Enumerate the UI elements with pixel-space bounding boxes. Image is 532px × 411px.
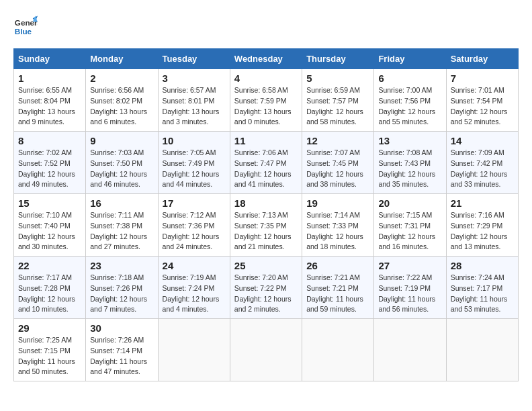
day-info: Sunrise: 7:22 AM Sunset: 7:19 PM Dayligh…: [378, 273, 441, 315]
weekday-header-saturday: Saturday: [446, 49, 518, 69]
day-number: 16: [90, 197, 153, 209]
day-info: Sunrise: 7:09 AM Sunset: 7:42 PM Dayligh…: [451, 148, 514, 190]
weekday-header-wednesday: Wednesday: [230, 49, 302, 69]
day-info: Sunrise: 7:13 AM Sunset: 7:35 PM Dayligh…: [234, 210, 298, 253]
calendar-cell: 6 Sunrise: 7:00 AM Sunset: 7:56 PM Dayli…: [374, 69, 446, 132]
calendar-cell: 11 Sunrise: 7:06 AM Sunset: 7:47 PM Dayl…: [230, 132, 302, 194]
day-info: Sunrise: 7:14 AM Sunset: 7:33 PM Dayligh…: [306, 210, 369, 253]
day-number: 26: [306, 260, 369, 271]
day-number: 10: [163, 135, 226, 146]
day-number: 23: [90, 260, 153, 271]
day-number: 3: [163, 73, 226, 84]
calendar-cell: 24 Sunrise: 7:19 AM Sunset: 7:24 PM Dayl…: [158, 257, 230, 319]
day-number: 13: [378, 135, 441, 146]
day-number: 30: [90, 322, 153, 334]
page-header: General Blue: [13, 13, 519, 38]
day-info: Sunrise: 6:58 AM Sunset: 7:59 PM Dayligh…: [234, 85, 298, 128]
calendar-cell: 5 Sunrise: 6:59 AM Sunset: 7:57 PM Dayli…: [302, 69, 374, 132]
day-number: 14: [451, 135, 514, 146]
day-info: Sunrise: 6:59 AM Sunset: 7:57 PM Dayligh…: [306, 85, 369, 128]
day-info: Sunrise: 7:05 AM Sunset: 7:49 PM Dayligh…: [163, 148, 226, 190]
day-info: Sunrise: 7:08 AM Sunset: 7:43 PM Dayligh…: [378, 148, 441, 190]
calendar-cell: 16 Sunrise: 7:11 AM Sunset: 7:38 PM Dayl…: [86, 194, 158, 257]
weekday-header-friday: Friday: [374, 49, 446, 69]
calendar-cell: 14 Sunrise: 7:09 AM Sunset: 7:42 PM Dayl…: [446, 132, 518, 194]
day-info: Sunrise: 7:03 AM Sunset: 7:50 PM Dayligh…: [90, 148, 153, 190]
calendar-week-1: 1 Sunrise: 6:55 AM Sunset: 8:04 PM Dayli…: [14, 69, 519, 132]
day-number: 7: [451, 73, 514, 84]
day-number: 4: [234, 73, 298, 84]
calendar-week-2: 8 Sunrise: 7:02 AM Sunset: 7:52 PM Dayli…: [14, 132, 519, 194]
day-number: 15: [18, 197, 81, 209]
weekday-header-sunday: Sunday: [14, 49, 86, 69]
weekday-header-monday: Monday: [86, 49, 158, 69]
calendar-week-4: 22 Sunrise: 7:17 AM Sunset: 7:28 PM Dayl…: [14, 257, 519, 319]
calendar-cell: 29 Sunrise: 7:25 AM Sunset: 7:15 PM Dayl…: [14, 319, 86, 381]
day-info: Sunrise: 6:55 AM Sunset: 8:04 PM Dayligh…: [18, 85, 81, 128]
weekday-header-thursday: Thursday: [302, 49, 374, 69]
weekday-header-tuesday: Tuesday: [158, 49, 230, 69]
day-number: 24: [163, 260, 226, 271]
day-info: Sunrise: 7:06 AM Sunset: 7:47 PM Dayligh…: [234, 148, 298, 190]
day-info: Sunrise: 7:01 AM Sunset: 7:54 PM Dayligh…: [451, 85, 514, 128]
day-info: Sunrise: 6:57 AM Sunset: 8:01 PM Dayligh…: [163, 85, 226, 128]
day-info: Sunrise: 7:11 AM Sunset: 7:38 PM Dayligh…: [90, 210, 153, 253]
day-number: 20: [378, 197, 441, 209]
calendar-table: SundayMondayTuesdayWednesdayThursdayFrid…: [13, 48, 519, 381]
day-info: Sunrise: 7:21 AM Sunset: 7:21 PM Dayligh…: [306, 273, 369, 315]
calendar-week-3: 15 Sunrise: 7:10 AM Sunset: 7:40 PM Dayl…: [14, 194, 519, 257]
day-number: 27: [378, 260, 441, 271]
day-info: Sunrise: 7:18 AM Sunset: 7:26 PM Dayligh…: [90, 273, 153, 315]
day-number: 19: [306, 197, 369, 209]
calendar-cell: 2 Sunrise: 6:56 AM Sunset: 8:02 PM Dayli…: [86, 69, 158, 132]
day-info: Sunrise: 7:07 AM Sunset: 7:45 PM Dayligh…: [306, 148, 369, 190]
calendar-cell: 20 Sunrise: 7:15 AM Sunset: 7:31 PM Dayl…: [374, 194, 446, 257]
calendar-cell: 27 Sunrise: 7:22 AM Sunset: 7:19 PM Dayl…: [374, 257, 446, 319]
day-number: 18: [234, 197, 298, 209]
svg-text:Blue: Blue: [15, 27, 32, 36]
day-number: 25: [234, 260, 298, 271]
calendar-cell: 15 Sunrise: 7:10 AM Sunset: 7:40 PM Dayl…: [14, 194, 86, 257]
logo: General Blue: [13, 13, 42, 38]
calendar-cell: 25 Sunrise: 7:20 AM Sunset: 7:22 PM Dayl…: [230, 257, 302, 319]
calendar-cell: [158, 319, 230, 381]
calendar-cell: 17 Sunrise: 7:12 AM Sunset: 7:36 PM Dayl…: [158, 194, 230, 257]
calendar-cell: 3 Sunrise: 6:57 AM Sunset: 8:01 PM Dayli…: [158, 69, 230, 132]
day-number: 28: [451, 260, 514, 271]
calendar-cell: 9 Sunrise: 7:03 AM Sunset: 7:50 PM Dayli…: [86, 132, 158, 194]
day-info: Sunrise: 7:16 AM Sunset: 7:29 PM Dayligh…: [451, 210, 514, 253]
calendar-cell: 7 Sunrise: 7:01 AM Sunset: 7:54 PM Dayli…: [446, 69, 518, 132]
day-number: 11: [234, 135, 298, 146]
day-info: Sunrise: 7:19 AM Sunset: 7:24 PM Dayligh…: [163, 273, 226, 315]
calendar-cell: [230, 319, 302, 381]
day-number: 21: [451, 197, 514, 209]
calendar-cell: 18 Sunrise: 7:13 AM Sunset: 7:35 PM Dayl…: [230, 194, 302, 257]
calendar-cell: 30 Sunrise: 7:26 AM Sunset: 7:14 PM Dayl…: [86, 319, 158, 381]
day-number: 8: [18, 135, 81, 146]
calendar-cell: 4 Sunrise: 6:58 AM Sunset: 7:59 PM Dayli…: [230, 69, 302, 132]
calendar-cell: 10 Sunrise: 7:05 AM Sunset: 7:49 PM Dayl…: [158, 132, 230, 194]
day-number: 29: [18, 322, 81, 334]
day-number: 22: [18, 260, 81, 271]
calendar-cell: 21 Sunrise: 7:16 AM Sunset: 7:29 PM Dayl…: [446, 194, 518, 257]
day-info: Sunrise: 7:15 AM Sunset: 7:31 PM Dayligh…: [378, 210, 441, 253]
day-number: 2: [90, 73, 153, 84]
calendar-cell: 22 Sunrise: 7:17 AM Sunset: 7:28 PM Dayl…: [14, 257, 86, 319]
calendar-cell: [374, 319, 446, 381]
day-info: Sunrise: 7:26 AM Sunset: 7:14 PM Dayligh…: [90, 335, 153, 377]
calendar-cell: 23 Sunrise: 7:18 AM Sunset: 7:26 PM Dayl…: [86, 257, 158, 319]
calendar-cell: 1 Sunrise: 6:55 AM Sunset: 8:04 PM Dayli…: [14, 69, 86, 132]
day-info: Sunrise: 7:10 AM Sunset: 7:40 PM Dayligh…: [18, 210, 81, 253]
day-info: Sunrise: 7:24 AM Sunset: 7:17 PM Dayligh…: [451, 273, 514, 315]
calendar-cell: [302, 319, 374, 381]
day-info: Sunrise: 6:56 AM Sunset: 8:02 PM Dayligh…: [90, 85, 153, 128]
calendar-cell: 28 Sunrise: 7:24 AM Sunset: 7:17 PM Dayl…: [446, 257, 518, 319]
day-info: Sunrise: 7:12 AM Sunset: 7:36 PM Dayligh…: [163, 210, 226, 253]
calendar-cell: 8 Sunrise: 7:02 AM Sunset: 7:52 PM Dayli…: [14, 132, 86, 194]
calendar-cell: 26 Sunrise: 7:21 AM Sunset: 7:21 PM Dayl…: [302, 257, 374, 319]
day-number: 6: [378, 73, 441, 84]
day-info: Sunrise: 7:20 AM Sunset: 7:22 PM Dayligh…: [234, 273, 298, 315]
calendar-cell: [446, 319, 518, 381]
day-number: 5: [306, 73, 369, 84]
day-number: 9: [90, 135, 153, 146]
